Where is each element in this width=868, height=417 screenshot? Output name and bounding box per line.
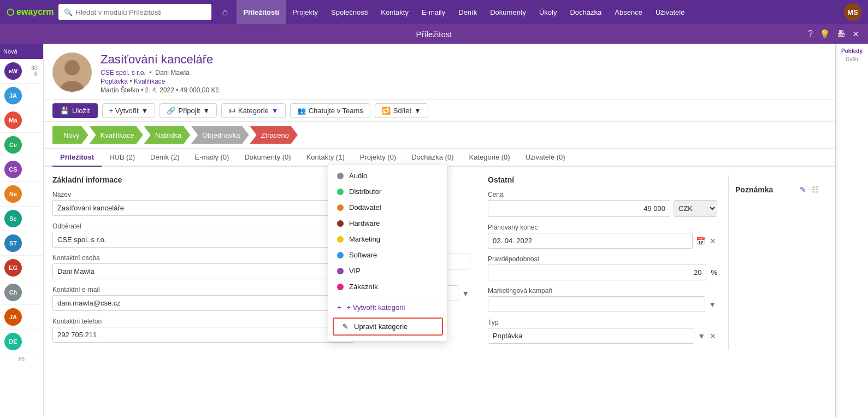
kategorie-zakaznik[interactable]: Zákazník [328,279,447,295]
currency-select[interactable]: CZK EUR USD [674,200,717,217]
zeme-dropdown-btn[interactable]: ▼ [460,288,470,299]
note-view-icon[interactable]: ☷ [811,184,820,195]
company-link[interactable]: CSE spol. s r.o. [101,69,146,77]
marketing-input[interactable] [488,296,705,312]
list-item[interactable]: JA [0,305,43,330]
note-icons: ✎ ☷ [799,184,820,195]
bulb-icon[interactable]: 💡 [819,29,830,39]
cena-input[interactable] [488,200,670,217]
close-icon[interactable]: ✕ [852,29,859,39]
list-item[interactable]: DE [0,330,43,354]
nav-emaily[interactable]: E-maily [415,0,452,24]
kategorie-vip[interactable]: VIP [328,263,447,279]
list-item[interactable]: Ch [0,280,43,305]
marketing-row: ▼ [488,296,717,312]
typ-clear-btn[interactable]: ✕ [708,331,717,342]
hardware-label: Hardware [349,219,380,227]
nav-spolecnosti[interactable]: Společnosti [324,0,374,24]
pravdep-input[interactable] [488,265,706,280]
nav-denik[interactable]: Deník [452,0,483,24]
phone-input[interactable] [52,327,354,343]
tab-kategorie[interactable]: Kategorie (0) [462,149,518,167]
avatar: eW [4,62,22,80]
software-label: Software [349,251,377,259]
email-row: ✉ [52,295,368,311]
list-item[interactable]: EG [0,256,43,280]
list-item[interactable]: Ne [0,182,43,207]
tab-denik[interactable]: Deník (2) [143,149,187,167]
logo[interactable]: ⬡ ewaycrm [7,7,54,17]
nav-ukoly[interactable]: Úkoly [533,0,564,24]
list-item[interactable]: Ce [0,133,43,157]
stage-nabidka[interactable]: Nabídka [144,126,190,144]
form-right: Ostatní Cena CZK EUR USD [488,175,717,350]
right-panel-label: Pohledý [841,48,863,54]
save-button[interactable]: 💾 Uložit [52,103,98,118]
clear-date-icon[interactable]: ✕ [708,236,717,246]
search-icon: 🔍 [64,8,73,16]
vytvorit-kategorii-btn[interactable]: + + Vytvořit kategorii [328,299,447,315]
kategorie-software[interactable]: Software [328,247,447,263]
kontakt-input[interactable] [52,263,344,279]
plankonec-group: Plánovaný konec 📅 ✕ [488,224,717,249]
stage-ztraceno[interactable]: Ztraceno [250,126,298,144]
search-input[interactable] [76,8,206,16]
tab-emaily[interactable]: E-maily (0) [187,149,237,167]
nav-uzivatele[interactable]: Uživatelé [649,0,691,24]
create-button[interactable]: + Vytvořit ▼ [102,103,156,118]
nav-prilez[interactable]: Příležitosti [237,0,286,24]
kategorie-distributor[interactable]: Distributor [328,184,447,199]
stage-kvalifikace[interactable]: Kvalifikace [90,126,143,144]
price-row: CZK EUR USD [488,200,717,217]
typ-input[interactable] [488,328,694,344]
nav-dochazka[interactable]: Docházka [563,0,608,24]
kategorie-marketing[interactable]: Marketing [328,231,447,247]
note-title: Poznámka [735,185,773,194]
home-icon[interactable]: ⌂ [222,7,228,18]
tab-prilezitost[interactable]: Příležitost [52,149,102,167]
marketing-dropdown-btn[interactable]: ▼ [707,299,717,310]
dodavatel-color-dot [337,204,344,211]
list-item[interactable]: ST [0,231,43,256]
tab-dokumenty[interactable]: Dokumenty (0) [237,149,298,167]
list-item[interactable]: eW eW... 30. 6. [0,59,43,84]
nav-absence[interactable]: Absence [608,0,649,24]
nav-dokumenty[interactable]: Dokumenty [483,0,533,24]
list-item[interactable]: Ma [0,108,43,133]
stage-novy[interactable]: Nový [52,126,88,144]
toolbar-actions: ? 💡 🖶 ✕ [808,24,859,44]
nav-kontakty[interactable]: Kontakty [374,0,415,24]
pripojit-button[interactable]: 🔗 Připojit ▼ [160,103,217,118]
add-icon: + [337,303,341,312]
kategorie-dodavatel[interactable]: Dodavatel [328,199,447,215]
date-input[interactable] [488,233,693,249]
tab-hub[interactable]: HUB (2) [102,149,143,167]
kategorie-audio[interactable]: Audio [328,168,447,184]
avatar: JA [4,87,22,104]
nav-projekty[interactable]: Projekty [286,0,324,24]
user-avatar[interactable]: MS [844,3,861,21]
logo-icon: ⬡ [7,7,14,17]
stage-objednavka[interactable]: Objednávka [191,126,249,144]
sdilet-button[interactable]: 🔁 Sdílet ▼ [375,103,428,118]
kategorie-hardware[interactable]: Hardware [328,215,447,231]
distributor-label: Distributor [349,187,381,196]
typ-dropdown-btn[interactable]: ▼ [696,331,706,342]
list-item[interactable]: Sc [0,207,43,231]
audio-label: Audio [349,172,367,180]
calendar-icon[interactable]: 📅 [695,236,706,246]
teams-button[interactable]: 👥 Chatujte v Teams [290,103,370,118]
odb-input[interactable] [52,232,344,248]
kategorie-button[interactable]: 🏷 Kategorie ▼ [221,103,286,118]
avatar: Ce [4,136,22,154]
list-item[interactable]: CS [0,157,43,182]
note-edit-icon[interactable]: ✎ [799,184,807,195]
list-item[interactable]: JA [0,84,43,108]
upravit-kategorie-btn[interactable]: ✎ Upravit kategorie [333,318,443,336]
search-bar[interactable]: 🔍 [58,4,211,20]
tab-uzivatele[interactable]: Uživatelé (0) [518,149,573,167]
monitor-icon[interactable]: 🖶 [837,29,846,39]
nazev-input[interactable] [52,200,368,216]
help-icon[interactable]: ? [808,29,813,39]
email-input[interactable] [52,295,357,311]
